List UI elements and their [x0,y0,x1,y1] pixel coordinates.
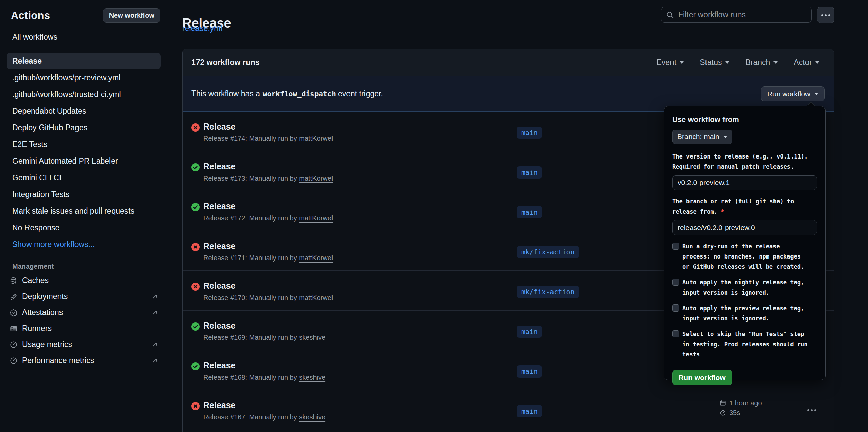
run-workflow-popup: Use workflow from Branch: main The versi… [664,106,826,380]
filter-dropdown-event[interactable]: Event [656,58,684,67]
field-description: The version to release (e.g., v0.1.11). … [672,151,817,172]
sidebar-item-workflow[interactable]: .github/workflows/trusted-ci.yml [7,86,161,103]
check-circle-icon [191,203,200,212]
banner-text: This workflow has a [191,89,260,98]
run-title-link[interactable]: Release [203,201,236,211]
check-circle-icon [191,362,200,371]
filter-dropdown-branch[interactable]: Branch [745,58,778,67]
workflow-name: Deploy GitHub Pages [12,123,87,132]
run-description: Release #169: Manually run by skeshive [203,334,325,342]
sidebar-item-workflow[interactable]: Gemini CLI CI [7,169,161,186]
page-kebab-menu-button[interactable] [817,7,834,23]
popup-title: Use workflow from [672,115,817,124]
sidebar-item-workflow[interactable]: .github/workflows/pr-review.yml [7,69,161,86]
run-description: Release #174: Manually run by mattKorwel [203,135,333,143]
sidebar-item-caches[interactable]: Caches [7,272,161,288]
workflow-run-row[interactable]: ReleaseRelease #167: Manually run by ske… [183,390,834,430]
run-title-link[interactable]: Release [203,122,236,132]
popup-field-input-2[interactable] [672,220,817,235]
checkbox[interactable] [672,279,679,286]
meter-icon [10,340,18,349]
popup-checkbox-row: Auto apply the nightly release tag, inpu… [672,277,817,298]
checkbox[interactable] [672,330,679,337]
run-actor-link[interactable]: mattKorwel [299,135,333,142]
chevron-down-icon [725,61,729,64]
new-workflow-button[interactable]: New workflow [103,8,160,23]
sidebar-item-attestations[interactable]: Attestations [7,304,161,320]
kebab-icon [821,14,823,16]
sidebar-item-all-workflows[interactable]: All workflows [7,29,161,46]
branch-pill[interactable]: main [517,365,542,378]
sidebar-item-workflow[interactable]: Integration Tests [7,186,161,203]
popup-fields: The version to release (e.g., v0.1.11). … [672,151,817,241]
filter-dropdown-status[interactable]: Status [700,58,729,67]
branch-pill[interactable]: mk/fix-action [517,286,579,298]
chevron-down-icon [773,61,778,64]
run-workflow-submit-button[interactable]: Run workflow [672,370,732,385]
filter-label: Branch [745,58,770,67]
checkbox[interactable] [672,243,679,250]
workflow-name: E2E Tests [12,140,47,149]
external-link-icon [151,341,158,348]
branch-pill[interactable]: mk/fix-action [517,246,579,258]
filter-dropdown-actor[interactable]: Actor [794,58,819,67]
run-title-link[interactable]: Release [203,162,236,171]
external-link-icon [151,309,158,316]
sidebar-item-performance-metrics[interactable]: Performance metrics [7,352,161,368]
actions-sidebar: Actions New workflow All workflows Relea… [0,0,169,432]
run-actor-link[interactable]: skeshive [299,334,325,341]
run-description: Release #167: Manually run by skeshive [203,413,325,421]
branch-selector-button[interactable]: Branch: main [672,130,732,144]
chevron-down-icon [723,136,727,138]
x-circle-icon [191,402,200,411]
branch-pill[interactable]: main [517,405,542,417]
x-circle-icon [191,243,200,251]
run-actor-link[interactable]: mattKorwel [299,175,333,182]
run-title-link[interactable]: Release [203,361,236,370]
popup-field-input-1[interactable] [672,175,817,190]
run-meta: 1 hour ago35s [719,398,762,417]
run-description: Release #168: Manually run by skeshive [203,373,325,381]
sidebar-item-usage-metrics[interactable]: Usage metrics [7,336,161,352]
sidebar-item-workflow[interactable]: Dependabot Updates [7,103,161,119]
sidebar-item-workflow[interactable]: E2E Tests [7,136,161,153]
checkbox[interactable] [672,304,679,312]
run-title-link[interactable]: Release [203,321,236,331]
run-actor-link[interactable]: skeshive [299,373,325,381]
server-icon [10,325,18,333]
run-actor-link[interactable]: mattKorwel [299,294,333,301]
run-actor-link[interactable]: skeshive [299,413,325,421]
branch-pill[interactable]: main [517,326,542,338]
run-description: Release #171: Manually run by mattKorwel [203,254,333,262]
sidebar-item-deployments[interactable]: Deployments [7,288,161,304]
run-title-link[interactable]: Release [203,281,236,291]
filter-label: Status [700,58,722,67]
run-actor-link[interactable]: mattKorwel [299,214,333,222]
branch-pill[interactable]: main [517,166,542,179]
branch-pill[interactable]: main [517,206,542,218]
branch-pill[interactable]: main [517,127,542,139]
management-list: CachesDeploymentsAttestationsRunnersUsag… [0,272,169,368]
popup-checkboxes: Run a dry-run of the release process; no… [672,241,817,360]
sidebar-item-workflow[interactable]: Release [7,53,161,69]
management-item-label: Caches [22,276,49,285]
sidebar-item-workflow[interactable]: Gemini Automated PR Labeler [7,153,161,169]
show-more-workflows-link[interactable]: Show more workflows... [7,236,161,253]
run-title-link[interactable]: Release [203,241,236,251]
workflow-name: Gemini Automated PR Labeler [12,156,118,165]
run-kebab-menu-button[interactable] [805,405,820,415]
workflow-name: Release [12,56,42,65]
rocket-icon [10,293,18,301]
run-title-link[interactable]: Release [203,400,236,410]
sidebar-item-workflow[interactable]: Mark stale issues and pull requests [7,203,161,219]
verified-icon [10,309,18,317]
run-workflow-dropdown-button[interactable]: Run workflow [761,86,825,101]
workflow-file-link[interactable]: release.yml [182,24,222,33]
required-asterisk: * [721,208,724,215]
filter-workflow-runs-input[interactable] [678,10,806,20]
run-actor-link[interactable]: mattKorwel [299,254,333,262]
calendar-icon [719,400,726,406]
sidebar-item-workflow[interactable]: Deploy GitHub Pages [7,119,161,136]
sidebar-item-workflow[interactable]: No Response [7,219,161,236]
sidebar-item-runners[interactable]: Runners [7,320,161,336]
